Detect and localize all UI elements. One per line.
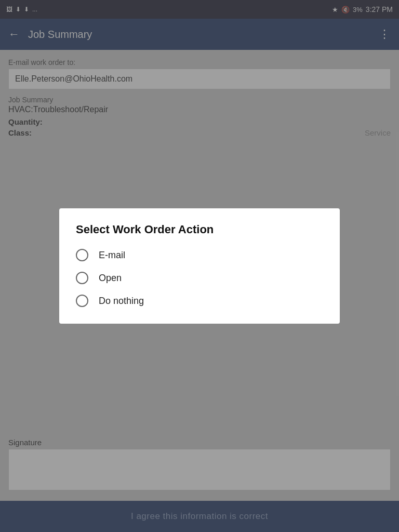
radio-do-nothing-label: Do nothing — [99, 296, 144, 307]
radio-option-email[interactable]: E-mail — [76, 249, 323, 261]
radio-email-label: E-mail — [99, 250, 125, 261]
radio-do-nothing-circle — [76, 295, 88, 307]
radio-open-label: Open — [99, 273, 122, 284]
radio-email-circle — [76, 249, 88, 261]
radio-option-open[interactable]: Open — [76, 272, 323, 284]
dialog-title: Select Work Order Action — [76, 223, 323, 236]
work-order-dialog: Select Work Order Action E-mail Open Do … — [59, 208, 340, 324]
radio-option-do-nothing[interactable]: Do nothing — [76, 295, 323, 307]
radio-open-circle — [76, 272, 88, 284]
